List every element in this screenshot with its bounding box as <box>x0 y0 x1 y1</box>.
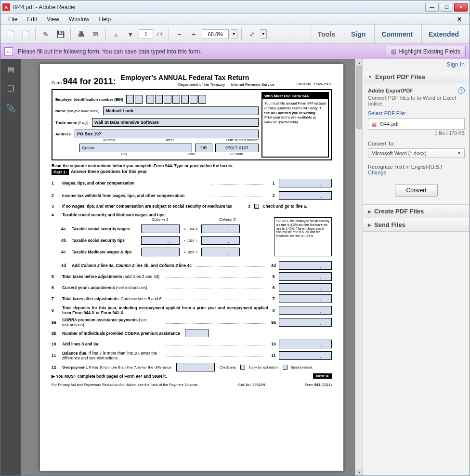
page-up-icon[interactable]: ▲ <box>110 28 122 40</box>
menu-file[interactable]: File <box>3 16 22 23</box>
export-pdf-header[interactable]: ▼Export PDF Files <box>363 70 470 83</box>
fit-icon[interactable]: ⤢ <box>246 28 258 40</box>
line4a-col2[interactable] <box>201 225 240 233</box>
zoom-in-icon[interactable]: + <box>187 28 200 40</box>
ein-field[interactable] <box>146 95 154 104</box>
refund-checkbox[interactable] <box>283 365 287 370</box>
highlight-icon: ▥ <box>391 48 396 55</box>
convert-format-select[interactable]: Microsoft Word (*.docx) ▼ <box>368 148 465 158</box>
create-pdf-icon[interactable]: 📄 <box>19 28 31 40</box>
send-files-header[interactable]: ▶Send Files <box>363 218 470 231</box>
sign-in-link[interactable]: Sign In <box>363 59 470 70</box>
bookmarks-icon[interactable]: ❐ <box>5 83 16 94</box>
menu-window[interactable]: Window <box>64 16 94 23</box>
tab-comment[interactable]: Comment <box>374 25 419 44</box>
line8-field[interactable] <box>279 306 332 315</box>
line4c-col2[interactable] <box>201 248 240 256</box>
ein-field[interactable] <box>135 95 143 104</box>
email-icon[interactable]: ✉ <box>89 28 102 40</box>
form-icon: ▭ <box>4 47 13 56</box>
name-field[interactable]: Michael Loob <box>103 106 259 115</box>
vertical-scrollbar[interactable]: ▴ ▾ <box>355 59 363 476</box>
selected-file[interactable]: ▤ f944.pdf <box>368 118 465 130</box>
menu-view[interactable]: View <box>42 16 64 23</box>
edit-icon[interactable]: ✎ <box>39 28 52 40</box>
line11-field[interactable] <box>279 351 332 360</box>
state-field[interactable]: OR <box>195 144 212 152</box>
create-pdf-header[interactable]: ▶Create PDF Files <box>363 205 470 218</box>
line9b-field[interactable] <box>185 330 209 337</box>
ein-field[interactable] <box>172 95 180 104</box>
tools-panel: Sign In ▼Export PDF Files Adobe ExportPD… <box>363 59 470 476</box>
ein-field[interactable] <box>164 95 171 104</box>
line2-field[interactable] <box>279 191 332 200</box>
toolbar: 📄 📄 ✎ 💾 🖶 ✉ ▲ ▼ / 4 − + ▼ ⤢ ▼ Tools Sign… <box>0 25 470 44</box>
menu-edit[interactable]: Edit <box>22 16 42 23</box>
ein-label: Employer identification number (EIN) <box>55 97 123 102</box>
line4b-col1[interactable] <box>141 236 180 245</box>
line4c-col1[interactable] <box>141 248 180 256</box>
line7-field[interactable] <box>279 294 332 303</box>
menu-close-x[interactable]: ✕ <box>452 16 467 23</box>
maximize-button[interactable]: ☐ <box>440 3 453 12</box>
city-field[interactable]: Colton <box>79 144 192 152</box>
scroll-thumb[interactable] <box>356 66 362 129</box>
line9a-field[interactable] <box>279 318 332 327</box>
ein-field[interactable] <box>126 95 134 104</box>
help-icon[interactable]: ? <box>458 87 465 94</box>
tab-tools[interactable]: Tools <box>311 25 342 44</box>
highlight-fields-button[interactable]: ▥ Highlight Existing Fields <box>386 46 466 57</box>
ein-field[interactable] <box>155 95 163 104</box>
chevron-right-icon: ▶ <box>368 223 371 227</box>
page-number-input[interactable] <box>139 29 153 39</box>
form-notice-text: Please fill out the following form. You … <box>18 48 386 55</box>
zoom-input[interactable] <box>202 29 229 39</box>
apply-checkbox[interactable] <box>240 365 245 370</box>
line1-field[interactable] <box>279 179 332 187</box>
line10-field[interactable] <box>279 340 332 348</box>
minimize-button[interactable]: — <box>425 3 439 12</box>
tradename-field[interactable]: Wall St Data Intensive Software <box>92 118 259 127</box>
line4d-field[interactable] <box>279 261 332 270</box>
address-field[interactable]: PO Box 197 <box>75 130 259 138</box>
tab-extended[interactable]: Extended <box>421 25 466 44</box>
ein-field[interactable] <box>190 95 197 104</box>
line4b-col2[interactable] <box>201 236 240 245</box>
scroll-up-icon[interactable]: ▴ <box>355 59 363 66</box>
attachments-icon[interactable]: 📎 <box>5 103 16 113</box>
next-button[interactable]: Next ➡ <box>313 373 332 379</box>
zoom-out-icon[interactable]: − <box>173 28 185 40</box>
save-icon[interactable]: 💾 <box>54 28 66 40</box>
ein-field[interactable] <box>198 95 206 104</box>
ein-field[interactable] <box>181 95 189 104</box>
line12-field[interactable] <box>176 363 215 371</box>
tab-sign[interactable]: Sign <box>344 25 372 44</box>
zip-field[interactable]: 97017-0197 <box>215 144 259 152</box>
print-icon[interactable]: 🖶 <box>75 28 87 40</box>
line5-field[interactable] <box>279 272 332 281</box>
fit-dropdown[interactable]: ▼ <box>260 29 267 39</box>
menubar: File Edit View Window Help ✕ <box>0 14 470 25</box>
app-icon: A <box>2 3 10 11</box>
instructions: Read the separate instructions before yo… <box>52 163 332 168</box>
export-pdf-icon[interactable]: 📄 <box>4 28 17 40</box>
file-meta: 1 file / 170 KB <box>368 131 465 136</box>
line6-field[interactable] <box>279 283 332 292</box>
change-language-link[interactable]: Change <box>368 170 465 175</box>
page-down-icon[interactable]: ▼ <box>124 28 137 40</box>
convert-button[interactable]: Convert <box>395 184 437 197</box>
close-button[interactable]: ✕ <box>454 3 468 12</box>
line4a-col1[interactable] <box>141 225 180 233</box>
window-title: f944.pdf - Adobe Reader <box>13 4 425 11</box>
rate-info-box: For 2011, the employee social security t… <box>274 217 332 256</box>
menu-help[interactable]: Help <box>94 16 116 23</box>
thumbnails-icon[interactable]: ▤ <box>5 64 16 75</box>
export-desc: Convert PDF files to to Word or Excel on… <box>368 95 465 106</box>
who-must-file-box: Who Must File Form 944 You must file ann… <box>261 92 329 158</box>
scroll-down-icon[interactable]: ▾ <box>355 469 363 476</box>
line3-checkbox[interactable] <box>254 204 259 209</box>
document-area: Form 944 for 2011: Employer's ANNUAL Fed… <box>21 59 363 476</box>
ein-boxes: – <box>126 95 206 104</box>
zoom-dropdown[interactable]: ▼ <box>231 29 237 39</box>
part1-header: Part 1: <box>52 169 69 175</box>
